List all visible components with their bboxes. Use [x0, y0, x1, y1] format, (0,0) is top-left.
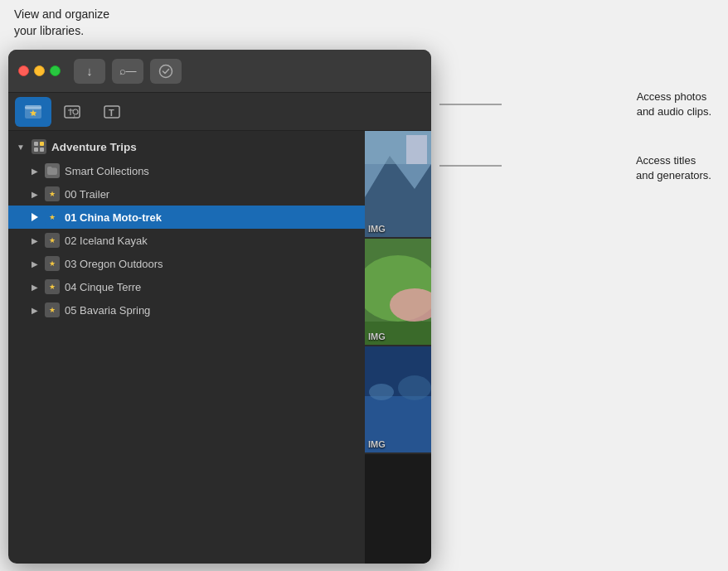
item-label: 04 Cinque Terre: [65, 281, 141, 293]
star-box-icon: ★: [45, 256, 60, 271]
close-button[interactable]: [18, 65, 29, 76]
item-label: Smart Collections: [65, 165, 149, 177]
audio-tab-button[interactable]: ♪: [55, 97, 91, 127]
svg-rect-20: [406, 135, 427, 164]
star-icon: ★: [49, 190, 56, 198]
play-icon: [32, 213, 38, 221]
item-chevron-icon: ▶: [32, 283, 38, 292]
thumb-label: IMG: [368, 224, 386, 234]
star-box-icon: ★: [45, 279, 60, 294]
title-bar: ↓ ⌕—: [8, 50, 431, 93]
thumb-label: IMG: [368, 331, 386, 341]
star-box-icon: ★: [45, 186, 60, 201]
callout-titles: Access titles and generators.: [636, 153, 711, 183]
item-chevron-icon: ▶: [32, 306, 38, 315]
minimize-button[interactable]: [34, 65, 45, 76]
item-label: 03 Oregon Outdoors: [65, 258, 163, 270]
star-icon: ★: [49, 213, 56, 221]
item-chevron-icon: ▶: [32, 259, 38, 269]
library-name: Adventure Trips: [51, 141, 137, 153]
photo-thumb[interactable]: IMG: [365, 131, 431, 239]
svg-text:★: ★: [29, 108, 37, 118]
key-button[interactable]: ⌕—: [112, 59, 143, 84]
thumb-label: IMG: [368, 439, 386, 449]
svg-rect-14: [40, 142, 44, 146]
item-label: 01 China Moto-trek: [65, 211, 162, 224]
star-box-icon-selected: ★: [45, 210, 60, 225]
item-chevron-icon: ▶: [32, 190, 38, 199]
svg-rect-15: [34, 148, 38, 152]
maximize-button[interactable]: [50, 65, 61, 76]
library-grid-icon: [32, 139, 46, 154]
star-icon: ★: [49, 306, 56, 314]
folder-icon: [45, 163, 60, 178]
download-button[interactable]: ↓: [74, 59, 105, 84]
star-icon: ★: [49, 283, 56, 291]
photo-thumb[interactable]: IMG: [365, 346, 431, 454]
star-icon: ★: [49, 259, 56, 268]
svg-text:♪: ♪: [72, 113, 75, 120]
tooltip-text: View and organize your libraries.: [14, 7, 109, 39]
star-box-icon: ★: [45, 233, 60, 248]
item-label: 00 Trailer: [65, 188, 109, 201]
svg-point-27: [369, 384, 394, 400]
star-box-icon: ★: [45, 302, 60, 317]
item-label: 05 Bavaria Spring: [65, 304, 150, 317]
app-window: ↓ ⌕— ★: [8, 50, 431, 564]
svg-point-2: [160, 65, 172, 77]
star-icon: ★: [49, 236, 56, 244]
callout-photos: Access photos and audio clips.: [637, 90, 711, 119]
photo-strip: IMG IMG IMG: [365, 131, 431, 564]
check-button[interactable]: [150, 59, 182, 84]
secondary-toolbar: ★ ♪ T: [8, 93, 431, 131]
item-chevron-icon: ▶: [32, 236, 38, 245]
svg-rect-13: [34, 142, 38, 146]
item-chevron-icon: ▶: [32, 167, 38, 176]
photo-thumb[interactable]: IMG: [365, 239, 431, 346]
svg-point-28: [398, 375, 431, 400]
item-label: 02 Iceland Kayak: [65, 235, 148, 247]
library-chevron-icon: ▼: [17, 143, 25, 152]
traffic-lights: [18, 65, 61, 76]
titles-tab-button[interactable]: T: [95, 97, 131, 127]
clips-tab-button[interactable]: ★: [15, 97, 51, 127]
svg-rect-16: [40, 148, 44, 152]
svg-text:T: T: [109, 108, 114, 118]
